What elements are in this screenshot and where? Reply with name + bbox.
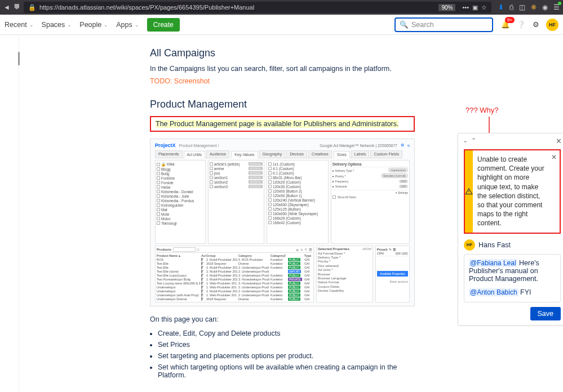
settings-icon[interactable]: ⚙	[533, 20, 539, 29]
document-content: All Campaigns In the Campaigns list you …	[150, 47, 415, 381]
heading-product-management: Product Management	[150, 99, 415, 110]
list-item: Set targeting and placements options per…	[158, 350, 415, 362]
nav-spaces[interactable]: Spaces⌄	[42, 21, 72, 29]
embedded-screenshot: ProjectX Product Management / Google Ad …	[150, 139, 415, 306]
comment-nav[interactable]: ⌄⌃	[463, 137, 476, 144]
close-icon[interactable]: ✕	[556, 137, 562, 145]
nav-people[interactable]: People⌄	[79, 21, 108, 29]
error-text: Unable to create comment. Create your hi…	[477, 155, 544, 227]
feature-list: Create, Edit, Copy and Delete productsSe…	[158, 328, 415, 381]
author-avatar: HF	[464, 239, 475, 251]
para-campaigns: In the Campaigns list you can search, fi…	[150, 65, 415, 73]
after-text: On this page you can:	[150, 315, 415, 323]
help-icon[interactable]: ❔	[517, 20, 526, 29]
gear-icon: ⚙	[401, 143, 404, 148]
search-icon: 🔍	[400, 20, 409, 29]
comment-panel: ⌄⌃ ✕ ✕ Unable to create comment. Create …	[458, 133, 563, 326]
list-item: Create, Edit, Copy and Delete products	[158, 328, 415, 339]
highlight-annotation: The Product Management page is available…	[150, 116, 415, 132]
profile-icon[interactable]: ◉	[542, 3, 548, 11]
list-item: Set Prices	[158, 339, 415, 350]
mention[interactable]: @Anton Babich	[469, 288, 518, 296]
comment-author: HF Hans Fast	[464, 239, 561, 251]
url-text: https://danads.atlassian.net/wiki/spaces…	[39, 4, 254, 11]
nav-back-icon[interactable]: ◄	[3, 3, 10, 11]
confluence-topbar: Recent⌄ Spaces⌄ People⌄ Apps⌄ Create 🔍 S…	[0, 15, 563, 35]
browser-chrome: ◄ ⛊ 🔒 https://danads.atlassian.net/wiki/…	[0, 0, 563, 15]
library-icon[interactable]: ⎙	[509, 3, 513, 11]
shield-icon[interactable]: ⛊	[14, 3, 20, 11]
save-button[interactable]: Save	[530, 307, 561, 320]
list-item: Set which targeting options will be avai…	[158, 362, 415, 381]
chevron-down-icon: ⌄	[463, 137, 468, 144]
error-message-box: ✕ Unable to create comment. Create your …	[464, 149, 561, 234]
annotation-why: ??? Why?	[466, 106, 499, 114]
menu-icon[interactable]: ☰	[553, 3, 560, 11]
zoom-level[interactable]: 90%	[438, 4, 455, 11]
star-icon[interactable]: ☆	[481, 4, 487, 11]
highlighted-text[interactable]: The Product Management page is available…	[156, 120, 398, 128]
download-icon[interactable]: ⬇	[498, 3, 504, 11]
page-tree-collapsed[interactable]	[0, 35, 19, 392]
sidebar-icon[interactable]: ◫	[519, 3, 525, 11]
chevron-up-icon: ⌃	[471, 137, 476, 144]
lock-icon: 🔒	[28, 4, 36, 11]
logout-icon: ⎋	[407, 144, 410, 148]
notifications-icon[interactable]: 🔔	[501, 20, 510, 29]
embed-logo: ProjectX	[155, 142, 176, 148]
mention[interactable]: @Fabiana Leal	[469, 259, 517, 267]
dismiss-error-icon[interactable]: ✕	[551, 153, 557, 162]
user-avatar[interactable]: HF	[546, 19, 558, 31]
heading-all-campaigns: All Campaigns	[150, 47, 415, 59]
address-bar[interactable]: 🔒 https://danads.atlassian.net/wiki/spac…	[24, 2, 491, 13]
search-input[interactable]: 🔍 Search	[394, 17, 493, 32]
reader-icon[interactable]: ▣	[472, 4, 478, 11]
create-button[interactable]: Create	[147, 18, 180, 32]
nav-recent[interactable]: Recent⌄	[5, 21, 34, 29]
ext-icon[interactable]: ❋	[531, 3, 537, 11]
nav-apps[interactable]: Apps⌄	[116, 21, 139, 29]
ellipsis-icon[interactable]: •••	[462, 4, 469, 11]
comment-editor[interactable]: @Fabiana Leal Here's Publisher's manual …	[464, 254, 561, 302]
todo-text: TODO: Screenshot	[150, 77, 415, 85]
toolbar-extensions: ⬇ ⎙ ◫ ❋ ◉ ☰	[498, 3, 560, 11]
warning-icon	[465, 150, 473, 233]
